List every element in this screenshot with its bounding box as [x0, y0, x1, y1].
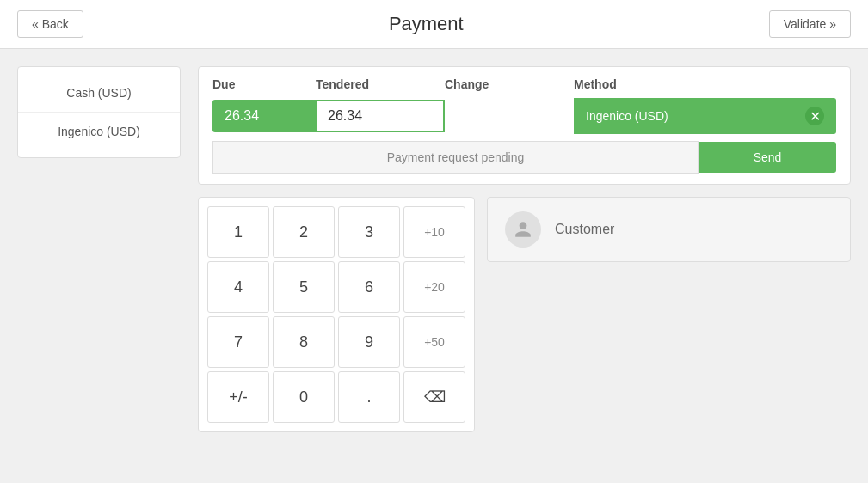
bottom-area: 1 2 3 +10 4 5 6 +20 7 8 9 +50 +/- 0 . ⌫ — [198, 197, 851, 432]
pending-text: Payment request pending — [212, 141, 699, 174]
payment-summary: Due Tendered Change Method 26.34 Ingenic… — [198, 66, 851, 185]
num-7[interactable]: 7 — [207, 316, 269, 368]
num-2[interactable]: 2 — [273, 206, 335, 258]
col-method-header: Method — [574, 77, 836, 91]
num-6[interactable]: 6 — [338, 261, 400, 313]
method-name-label: Ingenico (USD) — [586, 109, 668, 123]
payment-methods-sidebar: Cash (USD) Ingenico (USD) — [17, 66, 181, 158]
main-content: Cash (USD) Ingenico (USD) Due Tendered C… — [0, 49, 868, 483]
customer-button[interactable]: Customer — [487, 197, 851, 262]
numpad-grid: 1 2 3 +10 4 5 6 +20 7 8 9 +50 +/- 0 . ⌫ — [207, 206, 465, 423]
col-change-header: Change — [445, 77, 574, 91]
num-3[interactable]: 3 — [338, 206, 400, 258]
num-0[interactable]: 0 — [273, 371, 335, 423]
due-amount: 26.34 — [212, 100, 316, 132]
method-name-display: Ingenico (USD) ✕ — [574, 98, 836, 134]
num-1[interactable]: 1 — [207, 206, 269, 258]
num-8[interactable]: 8 — [273, 316, 335, 368]
num-5[interactable]: 5 — [273, 261, 335, 313]
col-tendered-header: Tendered — [316, 77, 445, 91]
payment-row: 26.34 Ingenico (USD) ✕ — [212, 98, 836, 134]
customer-area: Customer — [487, 197, 851, 432]
remove-method-button[interactable]: ✕ — [805, 107, 824, 125]
back-button[interactable]: « Back — [17, 10, 83, 38]
num-plus20[interactable]: +20 — [403, 261, 465, 313]
num-plus50[interactable]: +50 — [403, 316, 465, 368]
tendered-input[interactable] — [316, 100, 445, 132]
num-plusminus[interactable]: +/- — [207, 371, 269, 423]
validate-button[interactable]: Validate » — [769, 10, 851, 38]
customer-label: Customer — [555, 222, 614, 237]
summary-headers: Due Tendered Change Method — [212, 77, 836, 91]
person-icon — [514, 220, 532, 239]
backspace-button[interactable]: ⌫ — [403, 371, 465, 423]
method-ingenico[interactable]: Ingenico (USD) — [18, 113, 180, 150]
method-cash[interactable]: Cash (USD) — [18, 74, 180, 113]
customer-avatar — [505, 211, 541, 248]
num-9[interactable]: 9 — [338, 316, 400, 368]
page-title: Payment — [389, 13, 464, 35]
num-4[interactable]: 4 — [207, 261, 269, 313]
payment-panel: Due Tendered Change Method 26.34 Ingenic… — [198, 66, 851, 467]
header: « Back Payment Validate » — [0, 0, 868, 49]
pending-row: Payment request pending Send — [212, 141, 836, 174]
num-dot[interactable]: . — [338, 371, 400, 423]
send-button[interactable]: Send — [699, 142, 836, 173]
numpad: 1 2 3 +10 4 5 6 +20 7 8 9 +50 +/- 0 . ⌫ — [198, 197, 475, 432]
col-due-header: Due — [212, 77, 316, 91]
num-plus10[interactable]: +10 — [403, 206, 465, 258]
change-amount — [445, 107, 574, 125]
